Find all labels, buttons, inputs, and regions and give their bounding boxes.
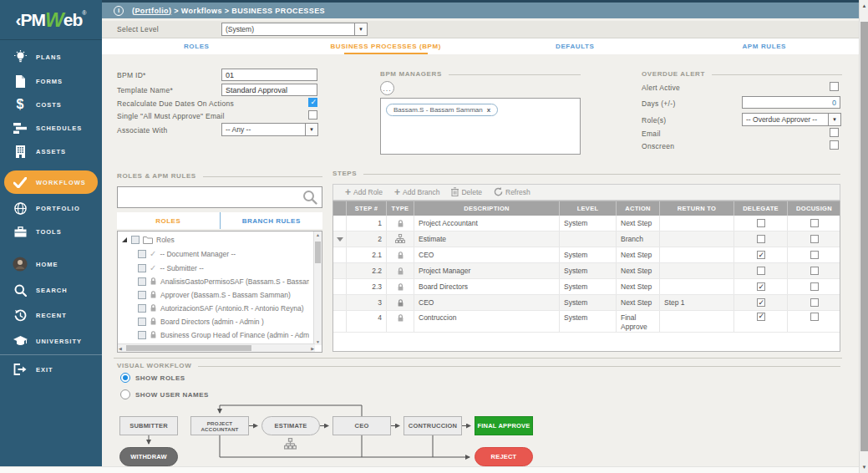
node-final-approve[interactable]: FINAL APPROVE xyxy=(475,416,533,435)
tree-expand-icon[interactable] xyxy=(122,237,127,242)
node-reject[interactable]: REJECT xyxy=(475,447,533,466)
scrollbar-thumb[interactable] xyxy=(126,345,251,351)
scrollbar-thumb[interactable] xyxy=(315,242,321,263)
docusign-checkbox[interactable] xyxy=(810,267,819,275)
node-withdraw[interactable]: WITHDRAW xyxy=(119,447,178,466)
tree-item[interactable]: ✓ -- Document Manager -- xyxy=(138,249,236,258)
table-row[interactable]: 2 Estimate Branch xyxy=(333,231,840,247)
refresh-button[interactable]: Refresh xyxy=(494,187,530,198)
delegate-checkbox[interactable] xyxy=(757,251,765,259)
delegate-checkbox[interactable] xyxy=(757,235,765,243)
days-field[interactable] xyxy=(742,96,840,109)
sidebar-item-home[interactable]: HOME xyxy=(0,252,102,276)
node-contruccion[interactable]: CONTRUCCION xyxy=(404,416,462,435)
show-user-names-radio[interactable] xyxy=(120,389,130,399)
scroll-up-icon[interactable]: ▲ xyxy=(316,232,320,237)
tree-item[interactable]: ✓ -- Submitter -- xyxy=(138,263,204,272)
table-row[interactable]: 2.3 Board Directors System Next Step xyxy=(333,279,840,295)
node-ceo[interactable]: CEO xyxy=(332,416,391,435)
delegate-checkbox[interactable] xyxy=(757,219,765,227)
sidebar-item-exit[interactable]: EXIT xyxy=(0,358,102,381)
roles-search-input[interactable] xyxy=(118,187,302,207)
overdue-email-checkbox[interactable] xyxy=(830,128,839,137)
overdue-onscreen-checkbox[interactable] xyxy=(830,140,839,150)
tree-checkbox[interactable] xyxy=(138,291,146,299)
node-submitter[interactable]: SUBMITTER xyxy=(119,416,178,435)
tree-checkbox[interactable] xyxy=(138,318,146,326)
delete-button[interactable]: Delete xyxy=(451,187,482,198)
template-name-field[interactable] xyxy=(221,84,317,96)
sidebar-item-plans[interactable]: PLANS xyxy=(0,45,102,69)
docusign-checkbox[interactable] xyxy=(810,313,819,321)
associate-with-dropdown[interactable]: -- Any -- ▼ xyxy=(221,123,318,136)
delegate-checkbox[interactable] xyxy=(757,298,765,307)
tab-business-processes[interactable]: BUSINESS PROCESSES (BPM) xyxy=(292,38,481,54)
sidebar-item-forms[interactable]: FORMS xyxy=(0,69,102,93)
docusign-checkbox[interactable] xyxy=(810,282,819,291)
table-row[interactable]: 3 CEO System Next Step Step 1 xyxy=(333,295,840,311)
sidebar-item-assets[interactable]: ASSETS xyxy=(0,140,102,163)
sidebar-item-university[interactable]: UNIVERSITY xyxy=(0,329,102,353)
remove-tag-icon[interactable]: x xyxy=(487,106,490,114)
tree-checkbox[interactable] xyxy=(131,236,140,244)
horizontal-scrollbar[interactable] xyxy=(0,466,859,473)
sidebar-item-workflows[interactable]: WORKFLOWS xyxy=(4,170,98,194)
row-expander[interactable] xyxy=(333,231,347,247)
table-row[interactable]: 2.1 CEO System Next Step xyxy=(333,247,840,263)
show-roles-radio[interactable] xyxy=(120,373,130,383)
scrollbar-thumb[interactable] xyxy=(860,22,868,451)
pmweb-logo[interactable]: ‹PMWeb® xyxy=(0,0,102,40)
tree-root-roles[interactable]: Roles xyxy=(122,236,175,244)
select-level-dropdown[interactable]: (System) ▼ xyxy=(221,23,368,36)
sidebar-item-portfolio[interactable]: PORTFOLIO xyxy=(0,196,102,220)
tree-item[interactable]: Approver (Bassam.S - Bassam Samman) xyxy=(138,290,309,299)
tree-vertical-scrollbar[interactable]: ▲ ▼ xyxy=(313,231,322,345)
show-user-names-option[interactable]: SHOW USER NAMES xyxy=(120,389,209,399)
scroll-up-icon[interactable]: ▲ xyxy=(860,3,868,8)
panel-tab-branch-rules[interactable]: BRANCH RULES xyxy=(220,212,323,229)
docusign-checkbox[interactable] xyxy=(810,219,819,227)
sidebar-item-search[interactable]: SEARCH xyxy=(0,278,102,302)
scroll-down-icon[interactable]: ▼ xyxy=(316,339,320,344)
delegate-checkbox[interactable] xyxy=(757,282,765,291)
node-project-accountant[interactable]: PROJECT ACCOUNTANT xyxy=(190,416,249,435)
tree-checkbox[interactable] xyxy=(138,250,146,258)
tab-apm-rules[interactable]: APM RULES xyxy=(670,38,860,54)
tree-checkbox[interactable] xyxy=(138,264,146,272)
table-row[interactable]: 4 Contruccion System Final Approve xyxy=(333,311,840,333)
scroll-down-icon[interactable]: ▼ xyxy=(860,465,868,470)
delegate-checkbox[interactable] xyxy=(757,313,765,321)
tree-item[interactable]: Business Group Head of Finance (admin - … xyxy=(138,330,309,339)
vertical-scrollbar[interactable]: ▲ ▼ xyxy=(859,0,868,473)
bpm-id-field[interactable] xyxy=(221,69,317,81)
overdue-roles-dropdown[interactable]: -- Overdue Approver -- ▼ xyxy=(742,113,841,126)
tree-item[interactable]: AutorizacionSAF (Antonio.R - Antonio Rey… xyxy=(138,303,309,313)
table-row[interactable]: 2.2 Project Manager System Next Step xyxy=(333,263,840,279)
sidebar-item-tools[interactable]: TOOLS xyxy=(0,220,102,243)
search-icon[interactable] xyxy=(302,190,317,205)
node-estimate[interactable]: ESTIMATE xyxy=(261,416,320,435)
tab-defaults[interactable]: DEFAULTS xyxy=(480,38,670,54)
table-row[interactable]: 1 Project Accountant System Next Step xyxy=(333,216,840,231)
panel-tab-roles[interactable]: ROLES xyxy=(117,212,220,229)
delegate-checkbox[interactable] xyxy=(757,267,765,275)
info-icon[interactable]: i xyxy=(114,6,124,16)
tree-item[interactable]: AnalisisGastoPermisoSAF (Bassam.S - Bass… xyxy=(138,277,309,286)
breadcrumb-portfolio-link[interactable]: (Portfolio) xyxy=(132,7,171,15)
bpm-managers-picker-button[interactable]: ... xyxy=(380,81,394,95)
tab-roles[interactable]: ROLES xyxy=(102,38,292,54)
tree-checkbox[interactable] xyxy=(138,331,146,339)
tree-checkbox[interactable] xyxy=(138,277,146,286)
add-branch-button[interactable]: +Add Branch xyxy=(394,186,439,198)
scroll-left-icon[interactable]: ◀ xyxy=(119,346,122,351)
tree-checkbox[interactable] xyxy=(138,304,146,313)
show-roles-option[interactable]: SHOW ROLES xyxy=(120,373,185,383)
tree-horizontal-scrollbar[interactable]: ◀ ▶ xyxy=(118,343,315,352)
sidebar-item-recent[interactable]: RECENT xyxy=(0,303,102,327)
alert-active-checkbox[interactable] xyxy=(830,82,839,91)
single-email-checkbox[interactable] xyxy=(308,110,317,120)
add-role-button[interactable]: +Add Role xyxy=(345,186,383,198)
docusign-checkbox[interactable] xyxy=(810,251,819,259)
docusign-checkbox[interactable] xyxy=(810,235,819,243)
docusign-checkbox[interactable] xyxy=(810,298,819,307)
